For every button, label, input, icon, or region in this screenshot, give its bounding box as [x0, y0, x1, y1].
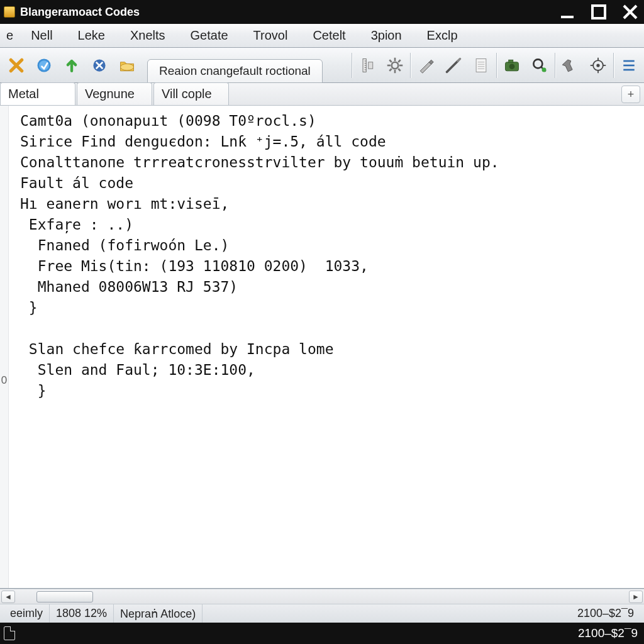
svg-rect-14	[369, 62, 373, 69]
maximize-button[interactable]	[589, 4, 609, 19]
delete-icon[interactable]	[4, 53, 29, 78]
titlebar: Blangeramoact Codes	[0, 0, 644, 24]
editor-area: 0 Camt0a (ononapuıt (0098 T0ºrocl.s) Sir…	[0, 106, 644, 589]
menu-item[interactable]: Getate	[178, 26, 241, 45]
bottom-strip: 2100–$2¯9	[0, 623, 644, 644]
status-segment: Nepraṅ Atloce)	[114, 604, 203, 623]
svg-line-22	[398, 60, 401, 62]
code-editor[interactable]: Camt0a (ononapuıt (0098 T0ºrocl.s) Siric…	[9, 106, 644, 588]
document-tab[interactable]: Vill cople	[153, 82, 229, 105]
bottom-status-right: 2100–$2¯9	[578, 626, 638, 640]
status-segment: 2100–$2¯9	[571, 604, 640, 623]
info-icon[interactable]	[31, 53, 57, 78]
svg-rect-1	[592, 6, 605, 18]
menu-item[interactable]: Nell	[18, 26, 65, 45]
menubar: e Nell Leke Xnelts Getate Trovol Cetelt …	[0, 24, 644, 48]
status-segment: 1808 12%	[50, 604, 114, 623]
app-window: Blangeramoact Codes e Nell Leke Xnelts G…	[0, 0, 644, 644]
svg-point-34	[542, 67, 547, 72]
svg-point-7	[121, 64, 134, 70]
target-icon[interactable]	[586, 53, 611, 78]
svg-point-15	[392, 62, 399, 69]
pencil-icon[interactable]	[441, 53, 466, 78]
svg-line-23	[389, 69, 392, 71]
list-icon[interactable]	[616, 53, 641, 78]
menu-item[interactable]: Leke	[65, 26, 118, 45]
toolbar: Reaion cnangefault roctional	[0, 48, 644, 83]
scroll-right-button[interactable]: ►	[629, 591, 643, 603]
menu-item[interactable]: e	[1, 26, 18, 45]
scroll-track[interactable]	[19, 591, 132, 602]
svg-point-36	[596, 64, 599, 67]
camera-icon[interactable]	[499, 53, 525, 78]
pen-icon[interactable]	[413, 53, 438, 78]
svg-rect-24	[476, 58, 486, 72]
horizontal-scrollbar: ◄ ►	[0, 589, 644, 604]
svg-line-20	[389, 60, 392, 62]
window-title: Blangeramoact Codes	[20, 6, 140, 19]
document-icon[interactable]	[469, 53, 494, 78]
minimize-button[interactable]	[557, 4, 577, 19]
svg-point-32	[533, 59, 542, 68]
inline-tab[interactable]: Reaion cnangefault roctional	[147, 59, 323, 83]
gear-icon[interactable]	[382, 53, 408, 78]
document-tab[interactable]: Vegnune	[77, 82, 152, 105]
tools-icon[interactable]	[558, 53, 583, 78]
menu-item[interactable]: 3pion	[358, 26, 414, 45]
menu-item[interactable]: Exclp	[414, 26, 470, 45]
zoom-icon[interactable]	[527, 53, 552, 78]
scroll-left-button[interactable]: ◄	[1, 591, 15, 603]
new-tab-button[interactable]: +	[621, 86, 640, 103]
remove-icon[interactable]	[87, 53, 112, 78]
svg-rect-31	[509, 60, 513, 62]
ruler-icon[interactable]	[355, 53, 380, 78]
statusbar: eeimly 1808 12% Nepraṅ Atloce) 2100–$2¯9	[0, 604, 644, 623]
document-tab[interactable]: Metal	[0, 82, 75, 105]
svg-point-30	[509, 64, 515, 69]
scroll-thumb[interactable]	[36, 591, 93, 602]
document-tabstrip: Metal Vegnune Vill cople +	[0, 83, 644, 106]
app-icon	[4, 6, 15, 18]
menu-item[interactable]: Trovol	[241, 26, 301, 45]
gutter: 0	[0, 106, 9, 588]
svg-line-21	[398, 69, 401, 71]
menu-item[interactable]: Cetelt	[300, 26, 358, 45]
menu-item[interactable]: Xnelts	[118, 26, 178, 45]
status-segment: eeimly	[4, 604, 50, 623]
upload-icon[interactable]	[59, 53, 84, 78]
folder-icon[interactable]	[114, 53, 140, 78]
page-icon[interactable]	[4, 626, 15, 640]
close-button[interactable]	[620, 4, 640, 19]
